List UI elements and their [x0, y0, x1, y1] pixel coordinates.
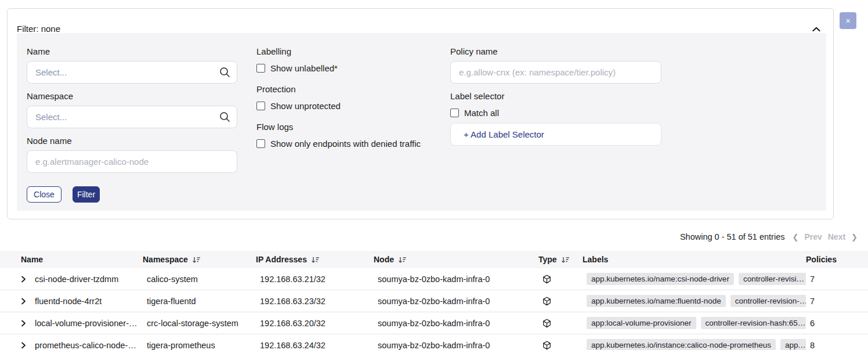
- checkbox[interactable]: [256, 64, 265, 73]
- node-name-input[interactable]: [27, 150, 237, 173]
- denied-traffic-label: Show only endpoints with denied traffic: [270, 139, 421, 149]
- node-name-filter-field: Node name: [27, 135, 237, 173]
- column-header-name: Name: [21, 255, 143, 264]
- cell-name: local-volume-provisioner-…: [35, 319, 143, 328]
- sort-icon: [561, 256, 570, 264]
- cell-policies: 7: [806, 297, 868, 306]
- table-body: csi-node-driver-tzdmmcalico-system192.16…: [0, 268, 868, 350]
- flow-logs-group-label: Flow logs: [256, 121, 454, 133]
- label-chip: app.…: [780, 339, 806, 350]
- checkbox[interactable]: [256, 139, 265, 148]
- cell-type: [538, 341, 583, 350]
- prev-page-button[interactable]: Prev: [804, 232, 822, 241]
- namespace-select-input[interactable]: [27, 106, 237, 128]
- chevron-right-icon: [21, 276, 26, 283]
- close-button[interactable]: Close: [27, 186, 62, 203]
- show-unprotected-checkbox-row[interactable]: Show unprotected: [256, 99, 454, 112]
- pod-cube-icon: [542, 341, 551, 350]
- labelling-group-label: Labelling: [256, 45, 454, 58]
- policy-name-field: Policy name: [450, 45, 661, 84]
- cell-node: soumya-bz-0zbo-kadm-infra-0: [374, 275, 538, 284]
- checkbox[interactable]: [256, 102, 265, 110]
- filter-column-middle: Labelling Show unlabelled* Protection Sh…: [256, 45, 454, 158]
- checkbox[interactable]: [450, 109, 459, 117]
- expand-row-button[interactable]: [21, 298, 35, 305]
- column-header-node[interactable]: Node: [374, 255, 538, 264]
- pagination: Showing 0 - 51 of 51 entries ❮ Prev Next…: [680, 230, 858, 244]
- endpoints-page: × Filter: none Name Namespac: [0, 0, 868, 350]
- table-header-row: NameNamespaceIP AddressesNodeTypeLabelsP…: [0, 251, 868, 268]
- name-filter-field: Name: [27, 45, 237, 84]
- cell-name: fluentd-node-4rr2t: [35, 297, 143, 306]
- protection-group-label: Protection: [256, 83, 454, 96]
- cell-ip-addresses: 192.168.63.20/32: [256, 319, 374, 328]
- flow-logs-group: Flow logs Show only endpoints with denie…: [256, 121, 454, 150]
- expand-row-button[interactable]: [21, 320, 35, 327]
- column-header-ip-addresses[interactable]: IP Addresses: [256, 255, 374, 264]
- filter-column-left: Name Namespace: [27, 45, 237, 203]
- cell-labels: app.kubernetes.io/instance:calico-node-p…: [583, 339, 806, 350]
- show-unlabelled-checkbox-row[interactable]: Show unlabelled*: [256, 62, 454, 74]
- cell-node: soumya-bz-0zbo-kadm-infra-0: [374, 319, 538, 328]
- cell-namespace: calico-system: [143, 275, 256, 284]
- cell-labels: app.kubernetes.io/name:csi-node-driverco…: [583, 273, 806, 285]
- endpoints-table: NameNamespaceIP AddressesNodeTypeLabelsP…: [0, 251, 868, 350]
- policy-name-field-label: Policy name: [450, 45, 661, 58]
- label-chip: app.kubernetes.io/name:csi-node-driver: [587, 273, 734, 285]
- label-chip: app:local-volume-provisioner: [587, 317, 696, 329]
- policy-name-input[interactable]: [450, 61, 661, 84]
- cell-labels: app.kubernetes.io/name:fluentd-nodecontr…: [583, 295, 806, 307]
- cell-policies: 6: [806, 319, 868, 328]
- cell-labels: app:local-volume-provisionercontroller-r…: [583, 317, 806, 329]
- close-icon[interactable]: ×: [840, 12, 856, 29]
- filter-button[interactable]: Filter: [73, 186, 100, 203]
- filter-panel: Filter: none Name Namespace: [7, 8, 834, 219]
- chevron-right-icon: [21, 320, 26, 327]
- filter-column-right: Policy name Label selector Match all + A…: [450, 45, 661, 146]
- table-row: local-volume-provisioner-…crc-local-stor…: [0, 312, 868, 334]
- cell-policies: 8: [806, 341, 868, 350]
- chevron-right-icon[interactable]: ❯: [851, 233, 858, 241]
- label-chip: app.kubernetes.io/name:fluentd-node: [587, 295, 726, 307]
- namespace-field-label: Namespace: [27, 90, 237, 103]
- pod-cube-icon: [542, 297, 551, 306]
- column-header-policies: Policies: [806, 255, 868, 264]
- cell-namespace: tigera-fluentd: [143, 297, 256, 306]
- add-label-selector-button[interactable]: + Add Label Selector: [450, 123, 661, 146]
- cell-node: soumya-bz-0zbo-kadm-infra-0: [374, 297, 538, 306]
- column-header-namespace[interactable]: Namespace: [143, 255, 256, 264]
- labelling-group: Labelling Show unlabelled*: [256, 45, 454, 74]
- sort-icon: [311, 256, 320, 264]
- cell-namespace: tigera-prometheus: [143, 341, 256, 350]
- label-chip: controller-revision-…: [730, 295, 806, 307]
- cell-type: [538, 275, 583, 284]
- chevron-left-icon[interactable]: ❮: [792, 233, 798, 241]
- cell-policies: 7: [806, 275, 868, 284]
- filter-panel-title: Filter: none: [17, 24, 60, 34]
- match-all-checkbox-row[interactable]: Match all: [450, 106, 661, 119]
- table-row: csi-node-driver-tzdmmcalico-system192.16…: [0, 268, 868, 290]
- pod-cube-icon: [542, 319, 551, 328]
- column-header-type[interactable]: Type: [538, 255, 583, 264]
- cell-name: csi-node-driver-tzdmm: [35, 275, 143, 284]
- show-unlabelled-label: Show unlabelled*: [270, 63, 338, 73]
- next-page-button[interactable]: Next: [828, 232, 845, 241]
- label-chip: controller-revisi…: [739, 273, 806, 285]
- node-name-field-label: Node name: [27, 135, 237, 147]
- show-unprotected-label: Show unprotected: [270, 101, 341, 111]
- search-icon: [219, 67, 230, 78]
- expand-row-button[interactable]: [21, 342, 35, 349]
- filter-panel-body: Name Namespace: [17, 33, 826, 211]
- namespace-filter-field: Namespace: [27, 90, 237, 128]
- cell-ip-addresses: 192.168.63.23/32: [256, 297, 374, 306]
- label-chip: app.kubernetes.io/instance:calico-node-p…: [587, 339, 776, 350]
- expand-row-button[interactable]: [21, 276, 35, 283]
- label-selector-label: Label selector: [450, 90, 661, 103]
- cell-name: prometheus-calico-node-…: [35, 341, 143, 350]
- protection-group: Protection Show unprotected: [256, 83, 454, 112]
- name-select-input[interactable]: [27, 61, 237, 84]
- denied-traffic-checkbox-row[interactable]: Show only endpoints with denied traffic: [256, 137, 454, 150]
- column-header-labels: Labels: [583, 255, 806, 264]
- entries-summary: Showing 0 - 51 of 51 entries: [680, 232, 785, 241]
- table-row: fluentd-node-4rr2ttigera-fluentd192.168.…: [0, 290, 868, 312]
